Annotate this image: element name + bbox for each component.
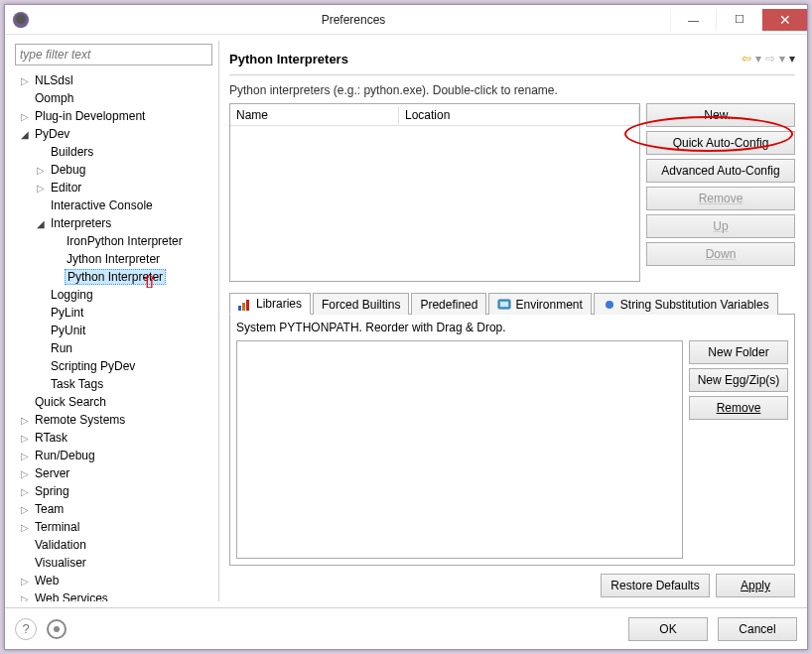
tree-item[interactable]: Builders [13,143,216,161]
environment-icon [497,298,511,312]
tab-libraries-label: Libraries [256,297,302,311]
tree-item[interactable]: ◢Interpreters [13,214,216,232]
tree-arrow-icon[interactable]: ▷ [21,468,33,479]
page-title: Python Interpreters [229,52,742,66]
tab-environment[interactable]: Environment [488,293,591,315]
tree-item[interactable]: Jython Interpreter [13,250,216,268]
svg-rect-4 [500,302,508,307]
maximize-button[interactable]: ☐ [716,9,761,31]
tree-item[interactable]: ▷RTask [13,429,216,447]
tree-item-label: Oomph [33,91,75,105]
tree-item[interactable]: Interactive Console [13,196,216,214]
new-button[interactable]: New... [646,103,795,127]
advanced-auto-config-button[interactable]: Advanced Auto-Config [646,159,795,183]
tree-item[interactable]: ▷Web Services [13,589,216,601]
column-location[interactable]: Location [399,106,639,124]
tree-item[interactable]: ▷Server [13,464,216,482]
new-egg-zip-button[interactable]: New Egg/Zip(s) [689,368,788,392]
tree-item[interactable]: ▷Web [13,572,216,589]
tab-string-substitution-label: String Substitution Variables [620,298,769,312]
down-button[interactable]: Down [646,242,795,266]
tree-item[interactable]: ▷Debug [13,161,216,179]
tab-string-substitution[interactable]: String Substitution Variables [594,293,778,315]
quick-auto-config-button[interactable]: Quick Auto-Config [646,131,795,155]
tab-forced-builtins[interactable]: Forced Builtins [313,293,409,315]
nav-back-menu-icon[interactable]: ▾ [755,52,761,65]
svg-point-5 [606,301,613,309]
preferences-tree[interactable]: ▷NLSdslOomph▷Plug-in Development◢PyDevBu… [11,71,216,601]
ok-button[interactable]: OK [628,617,708,641]
tree-item[interactable]: ▷Team [13,500,216,518]
pythonpath-remove-button[interactable]: Remove [689,396,788,420]
tree-item[interactable]: Run [13,339,216,357]
tree-item-label: RTask [33,431,69,445]
tree-item[interactable]: Task Tags [13,375,216,393]
tree-item[interactable]: Quick Search [13,393,216,411]
page-description: Python interpreters (e.g.: python.exe). … [229,83,795,97]
column-name[interactable]: Name [230,106,399,124]
view-menu-icon[interactable]: ▾ [789,52,795,65]
tree-arrow-icon[interactable]: ▷ [21,504,33,515]
tree-item[interactable]: Validation [13,536,216,554]
close-button[interactable]: ✕ [761,9,807,31]
up-button[interactable]: Up [646,214,795,238]
tab-predefined[interactable]: Predefined [411,293,486,315]
nav-back-icon[interactable]: ⇦ [742,52,751,65]
apply-button[interactable]: Apply [716,574,795,597]
tree-item[interactable]: PyUnit [13,322,216,339]
bottom-bar: ? OK Cancel [5,607,807,649]
interpreters-table[interactable]: Name Location [229,103,640,282]
new-folder-button[interactable]: New Folder [689,340,788,364]
pythonpath-description: System PYTHONPATH. Reorder with Drag & D… [236,321,788,334]
tree-item-label: PyLint [49,306,85,320]
import-export-icon[interactable] [47,619,67,639]
tree-item-label: PyDev [33,127,71,141]
tree-arrow-icon[interactable]: ▷ [21,486,33,497]
tree-item[interactable]: IronPython Interpreter [13,232,216,250]
tree-item-label: Terminal [33,520,81,534]
help-icon[interactable]: ? [15,618,37,640]
tree-item[interactable]: ▷Run/Debug [13,447,216,464]
tree-arrow-icon[interactable]: ▷ [21,522,33,533]
cancel-button[interactable]: Cancel [718,617,797,641]
tree-item-label: Spring [33,484,71,498]
tree-item-label: Team [33,502,66,516]
tree-item[interactable]: ▷Spring [13,482,216,500]
tree-arrow-icon[interactable]: ▷ [21,593,33,602]
tree-item[interactable]: Logging [13,286,216,304]
nav-forward-menu-icon[interactable]: ▾ [779,52,785,65]
tree-item[interactable]: Visualiser [13,554,216,572]
tab-environment-label: Environment [515,298,582,312]
tree-item[interactable]: Python Interpreter [13,268,216,286]
tree-arrow-icon[interactable]: ▷ [37,165,49,176]
tree-arrow-icon[interactable]: ▷ [21,576,33,587]
tree-arrow-icon[interactable]: ◢ [21,129,33,140]
tree-item-label: Logging [49,288,95,302]
pythonpath-list[interactable] [236,340,683,559]
tree-item[interactable]: ▷NLSdsl [13,71,216,89]
tree-arrow-icon[interactable]: ▷ [21,415,33,426]
tree-item[interactable]: ▷Plug-in Development [13,107,216,125]
remove-button[interactable]: Remove [646,187,795,210]
svg-rect-2 [246,300,249,311]
tree-item[interactable]: ▷Editor [13,179,216,196]
tree-item[interactable]: Oomph [13,89,216,107]
minimize-button[interactable]: — [670,9,716,31]
tree-item[interactable]: ▷Terminal [13,518,216,536]
tree-arrow-icon[interactable]: ▷ [37,183,49,194]
filter-input[interactable] [15,44,212,65]
tree-item[interactable]: Scripting PyDev [13,357,216,375]
bullet-icon [603,298,616,312]
nav-forward-icon[interactable]: ⇨ [765,52,775,65]
tree-item[interactable]: ▷Remote Systems [13,411,216,429]
tree-arrow-icon[interactable]: ◢ [37,218,49,229]
tree-arrow-icon[interactable]: ▷ [21,433,33,444]
tree-item[interactable]: ◢PyDev [13,125,216,143]
tab-libraries[interactable]: Libraries [229,293,311,315]
tree-arrow-icon[interactable]: ▷ [21,451,33,461]
tree-item[interactable]: PyLint [13,304,216,322]
tree-arrow-icon[interactable]: ▷ [21,75,33,86]
restore-defaults-button[interactable]: Restore Defaults [601,574,710,597]
tree-arrow-icon[interactable]: ▷ [21,111,33,122]
tree-item-label: Builders [49,145,95,159]
